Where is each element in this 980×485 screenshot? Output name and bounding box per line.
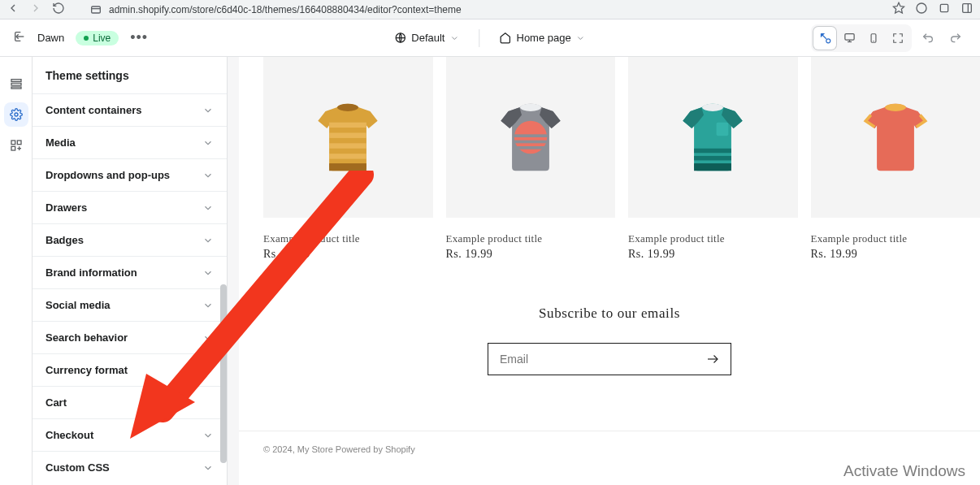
svg-rect-39 bbox=[694, 156, 731, 161]
product-title: Example product title bbox=[263, 232, 433, 245]
viewport-desktop-icon[interactable] bbox=[838, 27, 861, 50]
svg-rect-16 bbox=[11, 80, 21, 82]
page-selector[interactable]: Home page bbox=[499, 32, 585, 44]
svg-point-36 bbox=[702, 104, 723, 111]
star-icon[interactable] bbox=[892, 2, 905, 18]
svg-rect-27 bbox=[329, 133, 366, 138]
sidebar-item-checkout[interactable]: Checkout bbox=[33, 418, 227, 451]
viewport-fullscreen-icon[interactable] bbox=[887, 27, 909, 50]
newsletter-title: Subscribe to our emails bbox=[239, 305, 980, 322]
chevron-down-icon bbox=[202, 235, 214, 246]
product-title: Example product title bbox=[811, 232, 981, 245]
product-card[interactable]: Example product title Rs. 19.99 bbox=[628, 57, 798, 261]
sidebar-item-label: Currency format bbox=[46, 364, 128, 376]
back-icon[interactable] bbox=[7, 2, 20, 18]
product-price: Rs. 19.99 bbox=[811, 248, 981, 261]
product-thumbnail bbox=[446, 57, 616, 218]
viewport-inspector-icon[interactable] bbox=[813, 27, 836, 50]
scrollbar-thumb[interactable] bbox=[220, 284, 227, 463]
svg-rect-28 bbox=[329, 143, 366, 148]
product-card[interactable]: Example product title Rs. 19.99 bbox=[811, 57, 981, 261]
sidebar-item-search[interactable]: Search behavior bbox=[33, 321, 227, 353]
sidebar-item-badges[interactable]: Badges bbox=[33, 223, 227, 256]
product-price: Rs. 19.99 bbox=[263, 248, 433, 261]
svg-point-25 bbox=[337, 104, 358, 111]
preview-footer: © 2024, My Store Powered by Shopify bbox=[239, 431, 980, 454]
product-title: Example product title bbox=[446, 232, 616, 245]
product-card[interactable]: Example product title Rs. 19.99 bbox=[263, 57, 433, 261]
sidebar-item-drawers[interactable]: Drawers bbox=[33, 191, 227, 223]
divider bbox=[479, 29, 479, 47]
more-menu-icon[interactable]: ••• bbox=[130, 29, 148, 46]
rail-sections-icon[interactable] bbox=[4, 71, 28, 96]
newsletter-form bbox=[488, 343, 731, 375]
rail-settings-icon[interactable] bbox=[4, 102, 28, 127]
sidebar-item-dropdowns[interactable]: Dropdowns and pop-ups bbox=[33, 158, 227, 191]
submit-arrow-icon[interactable] bbox=[695, 352, 731, 366]
sidebar-item-label: Media bbox=[46, 136, 76, 149]
svg-point-3 bbox=[917, 3, 926, 13]
chevron-down-icon bbox=[202, 202, 214, 214]
status-badge: Live bbox=[76, 31, 119, 45]
sidebar-item-label: Content containers bbox=[46, 104, 141, 116]
sidebar-item-label: Custom CSS bbox=[46, 461, 110, 474]
sidebar-item-label: Dropdowns and pop-ups bbox=[46, 169, 170, 181]
chevron-down-icon bbox=[202, 267, 214, 279]
tshirt-icon bbox=[486, 93, 575, 182]
editor-toolbar: Dawn Live ••• Default Home page bbox=[0, 19, 980, 57]
viewport-mobile-icon[interactable] bbox=[862, 27, 885, 50]
email-field[interactable] bbox=[488, 353, 695, 366]
nav-rail bbox=[0, 57, 33, 485]
extension-icon[interactable] bbox=[915, 2, 928, 18]
windows-watermark: Activate Windows bbox=[843, 462, 965, 480]
rail-apps-icon[interactable] bbox=[4, 133, 28, 158]
sidebar-item-currency[interactable]: Currency format bbox=[33, 353, 227, 386]
puzzle-icon[interactable] bbox=[938, 2, 951, 18]
sidebar-item-media[interactable]: Media bbox=[33, 126, 227, 158]
sidebar-item-brand[interactable]: Brand information bbox=[33, 256, 227, 288]
product-card[interactable]: Example product title Rs. 19.99 bbox=[446, 57, 616, 261]
footer-copyright: © 2024, My Store Powered by Shopify bbox=[263, 444, 415, 454]
svg-point-31 bbox=[520, 104, 541, 111]
svg-rect-29 bbox=[329, 154, 366, 158]
svg-rect-34 bbox=[514, 141, 547, 144]
sidebar-item-label: Cart bbox=[46, 396, 67, 409]
chevron-down-icon bbox=[202, 462, 214, 474]
product-price: Rs. 19.99 bbox=[628, 248, 798, 261]
sidebar-item-label: Search behavior bbox=[46, 331, 128, 344]
locale-selector[interactable]: Default bbox=[394, 32, 459, 44]
svg-rect-4 bbox=[940, 4, 947, 11]
sidebar-item-label: Checkout bbox=[46, 429, 93, 441]
panel-icon[interactable] bbox=[960, 2, 973, 18]
svg-rect-18 bbox=[11, 87, 21, 89]
sidebar-item-custom-css[interactable]: Custom CSS bbox=[33, 451, 227, 483]
exit-icon[interactable] bbox=[13, 30, 26, 46]
tshirt-icon bbox=[303, 93, 392, 182]
tshirt-icon bbox=[851, 93, 940, 182]
forward-icon[interactable] bbox=[29, 2, 42, 18]
chevron-down-icon bbox=[202, 300, 214, 311]
svg-rect-17 bbox=[11, 83, 21, 85]
svg-rect-20 bbox=[11, 141, 15, 145]
product-thumbnail bbox=[628, 57, 798, 218]
page-label: Home page bbox=[516, 32, 570, 44]
address-bar[interactable]: admin.shopify.com/store/c6d40c-18/themes… bbox=[73, 3, 884, 16]
svg-rect-30 bbox=[329, 163, 366, 171]
product-price: Rs. 19.99 bbox=[446, 248, 616, 261]
sidebar-item-label: Drawers bbox=[46, 201, 87, 214]
locale-label: Default bbox=[411, 32, 444, 44]
sidebar-item-cart[interactable]: Cart bbox=[33, 386, 227, 418]
sidebar-item-content-containers[interactable]: Content containers bbox=[33, 93, 227, 126]
preview-pane: Example product title Rs. 19.99 bbox=[228, 57, 980, 485]
undo-icon[interactable] bbox=[917, 27, 939, 50]
svg-rect-40 bbox=[694, 163, 731, 171]
svg-point-41 bbox=[885, 104, 906, 111]
sidebar-item-label: Social media bbox=[46, 299, 110, 311]
redo-icon[interactable] bbox=[944, 27, 967, 50]
chevron-down-icon bbox=[202, 332, 214, 344]
sidebar-item-label: Brand information bbox=[46, 266, 137, 279]
svg-rect-11 bbox=[844, 34, 853, 41]
sidebar-item-social[interactable]: Social media bbox=[33, 288, 227, 321]
reload-icon[interactable] bbox=[52, 2, 65, 18]
svg-point-19 bbox=[15, 113, 18, 116]
